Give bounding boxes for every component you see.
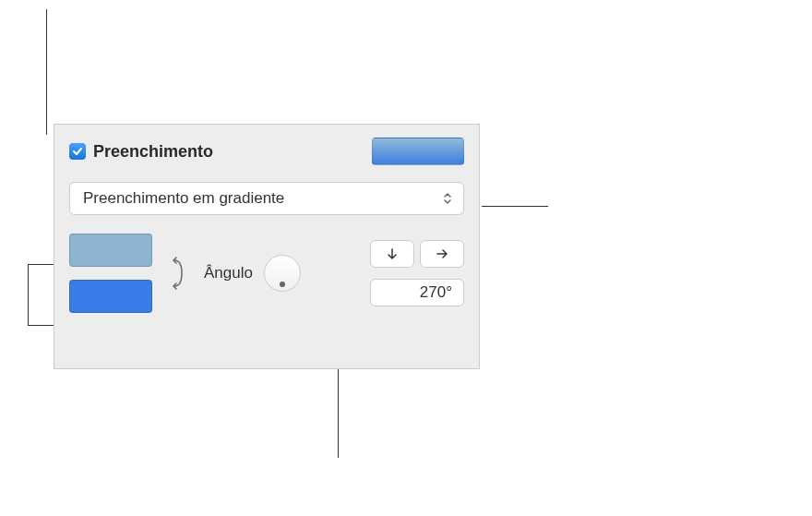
angle-section: Ângulo: [204, 255, 301, 292]
header-row: Preenchimento: [69, 138, 464, 165]
fill-type-dropdown[interactable]: Preenchimento em gradiente: [69, 182, 464, 215]
direction-right-button[interactable]: [420, 240, 464, 268]
callout-line: [482, 206, 548, 207]
fill-panel: Preenchimento Preenchimento em gradiente: [54, 124, 480, 369]
gradient-controls: Ângulo 270°: [69, 234, 464, 313]
callout-line: [338, 366, 339, 458]
dropdown-selected-label: Preenchimento em gradiente: [83, 189, 284, 208]
angle-label: Ângulo: [204, 264, 253, 282]
fill-label: Preenchimento: [93, 142, 213, 162]
direction-down-button[interactable]: [370, 240, 414, 268]
callout-line: [28, 264, 29, 325]
fill-preview-swatch[interactable]: [372, 138, 464, 165]
gradient-color-2[interactable]: [69, 280, 152, 313]
callout-line: [46, 9, 47, 135]
fill-checkbox-group: Preenchimento: [69, 142, 213, 162]
gradient-color-1[interactable]: [69, 234, 152, 267]
swap-colors-button[interactable]: [167, 246, 189, 301]
checkmark-icon: [72, 146, 83, 157]
arrow-right-icon: [436, 247, 448, 260]
gradient-color-swatches: [69, 234, 152, 313]
swap-arrows-icon: [171, 251, 185, 295]
fill-checkbox[interactable]: [69, 143, 86, 160]
angle-dial[interactable]: [264, 255, 301, 292]
chevron-updown-icon: [436, 186, 460, 210]
angle-input[interactable]: 270°: [370, 279, 464, 306]
direction-controls: 270°: [370, 240, 464, 306]
direction-button-row: [370, 240, 464, 268]
angle-value: 270°: [420, 283, 452, 302]
arrow-down-icon: [386, 247, 399, 260]
